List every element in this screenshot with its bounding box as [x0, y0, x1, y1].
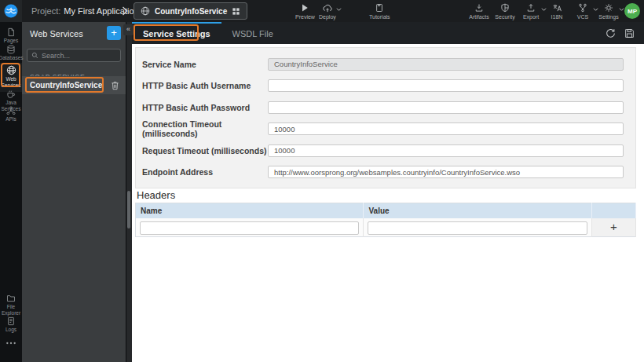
- app-logo[interactable]: [0, 0, 22, 22]
- tutorials-button[interactable]: Tutorials: [369, 3, 390, 20]
- preview-button[interactable]: Preview: [295, 3, 315, 20]
- settings-button[interactable]: Settings: [598, 3, 619, 20]
- caret-down-icon: [593, 7, 598, 12]
- scrollbar-thumb[interactable]: [127, 191, 130, 229]
- connection-timeout-field[interactable]: [268, 122, 624, 135]
- security-button[interactable]: Security: [495, 3, 515, 20]
- http-basic-auth-password-field[interactable]: [268, 101, 624, 114]
- cloud-upload-icon: [322, 3, 333, 13]
- deploy-button[interactable]: Deploy: [319, 3, 336, 20]
- form-row: Endpoint Address: [142, 162, 624, 184]
- coffee-icon: [6, 90, 16, 99]
- export-icon: [526, 3, 536, 13]
- column-header-value: Value: [364, 203, 591, 218]
- form-row: HTTP Basic Auth Password: [142, 97, 624, 119]
- field-label: Endpoint Address: [142, 167, 268, 177]
- search-icon: [31, 52, 38, 59]
- sidebar-item-logs[interactable]: Logs: [0, 316, 22, 333]
- headers-table-header-row: Name Value: [136, 203, 636, 218]
- sidebar-item-apis[interactable]: APIs: [0, 106, 22, 122]
- header-value-input[interactable]: [368, 221, 587, 235]
- ellipsis-icon: [5, 341, 16, 346]
- gear-icon: [604, 3, 613, 13]
- branch-icon: [578, 3, 587, 13]
- refresh-icon[interactable]: [606, 28, 616, 38]
- folder-icon: [6, 294, 16, 303]
- field-label: HTTP Basic Auth Password: [142, 103, 268, 112]
- service-name-field: [268, 58, 624, 71]
- export-button[interactable]: Export: [521, 3, 541, 20]
- api-icon: [6, 106, 16, 115]
- headers-section-title: Headers: [137, 189, 175, 201]
- field-label: HTTP Basic Auth Username: [142, 81, 268, 90]
- main-content: Service Settings WSDL File Service Name: [132, 22, 644, 362]
- globe-icon: [141, 6, 150, 16]
- sidebar-item-web-services[interactable]: Web Services: [0, 63, 22, 92]
- grid-icon[interactable]: [232, 7, 240, 16]
- globe-icon: [6, 65, 16, 75]
- wavemaker-logo-icon: [3, 3, 19, 19]
- project-label: Project:: [31, 6, 60, 16]
- more-menu-button[interactable]: [0, 341, 22, 346]
- database-icon: [6, 45, 16, 54]
- headers-table: Name Value +: [135, 203, 636, 237]
- field-label: Connection Timeout (milliseconds): [142, 119, 268, 138]
- caret-down-icon: [541, 7, 547, 12]
- app-window: Project: My First Application CountryInf…: [0, 0, 644, 362]
- form-row: Service Name: [142, 53, 624, 75]
- column-header-name: Name: [136, 203, 364, 218]
- page-icon: [6, 27, 16, 37]
- field-label: Request Timeout (milliseconds): [142, 146, 268, 155]
- add-header-button[interactable]: +: [610, 221, 617, 232]
- sidebar-item-databases[interactable]: Databases: [0, 45, 22, 61]
- endpoint-address-field[interactable]: [268, 166, 624, 178]
- search-input[interactable]: [42, 52, 116, 60]
- http-basic-auth-username-field[interactable]: [268, 79, 624, 92]
- book-icon: [375, 3, 384, 13]
- open-entity-tab[interactable]: CountryInfoService: [134, 2, 247, 20]
- field-label: Service Name: [142, 60, 268, 69]
- trash-icon[interactable]: [111, 81, 119, 90]
- web-services-panel: Web Services + SOAP SERVICE CountryInfoS…: [22, 22, 126, 362]
- log-icon: [6, 316, 16, 326]
- service-list-item[interactable]: CountryInfoService: [22, 76, 126, 94]
- collapse-panel-button[interactable]: «: [123, 24, 134, 35]
- form-row: HTTP Basic Auth Username: [142, 75, 624, 97]
- caret-down-icon: [336, 7, 342, 12]
- form-row: Connection Timeout (milliseconds): [142, 119, 624, 141]
- save-icon[interactable]: [624, 28, 635, 38]
- left-rail: Pages Databases Web Services: [0, 22, 22, 362]
- tab-wsdl-file[interactable]: WSDL File: [221, 22, 284, 44]
- header-name-input[interactable]: [140, 221, 359, 235]
- tab-bar: Service Settings WSDL File: [132, 22, 644, 44]
- topbar: Project: My First Application CountryInf…: [0, 0, 644, 22]
- add-service-button[interactable]: +: [107, 26, 121, 40]
- sidebar-item-pages[interactable]: Pages: [0, 27, 22, 44]
- search-box[interactable]: [27, 49, 121, 62]
- entity-name: CountryInfoService: [155, 7, 227, 16]
- translate-icon: [552, 3, 562, 13]
- panel-title: Web Services: [30, 29, 83, 38]
- artifacts-button[interactable]: Artifacts: [469, 3, 489, 20]
- form-row: Request Timeout (milliseconds): [142, 140, 624, 162]
- panel-header: Web Services +: [22, 22, 126, 45]
- download-icon: [474, 3, 484, 13]
- request-timeout-field[interactable]: [268, 144, 624, 157]
- tabbar-actions: [606, 22, 644, 44]
- i18n-button[interactable]: I18N: [547, 3, 567, 20]
- service-settings-form: Service Name HTTP Basic Auth Username HT…: [135, 47, 636, 188]
- user-avatar[interactable]: MP: [624, 3, 640, 19]
- play-icon: [300, 3, 309, 13]
- service-item-name: CountryInfoService: [30, 81, 111, 90]
- vcs-button[interactable]: VCS: [573, 3, 593, 20]
- caret-down-icon: [619, 7, 624, 12]
- topbar-right-actions: Artifacts Security Export: [469, 3, 619, 20]
- headers-table-row: +: [136, 218, 636, 237]
- chevron-right-icon: [122, 6, 128, 16]
- sidebar-item-file-explorer[interactable]: File Explorer: [0, 294, 22, 316]
- column-header-action: [591, 203, 635, 218]
- tab-service-settings[interactable]: Service Settings: [132, 22, 221, 44]
- shield-icon: [500, 3, 510, 13]
